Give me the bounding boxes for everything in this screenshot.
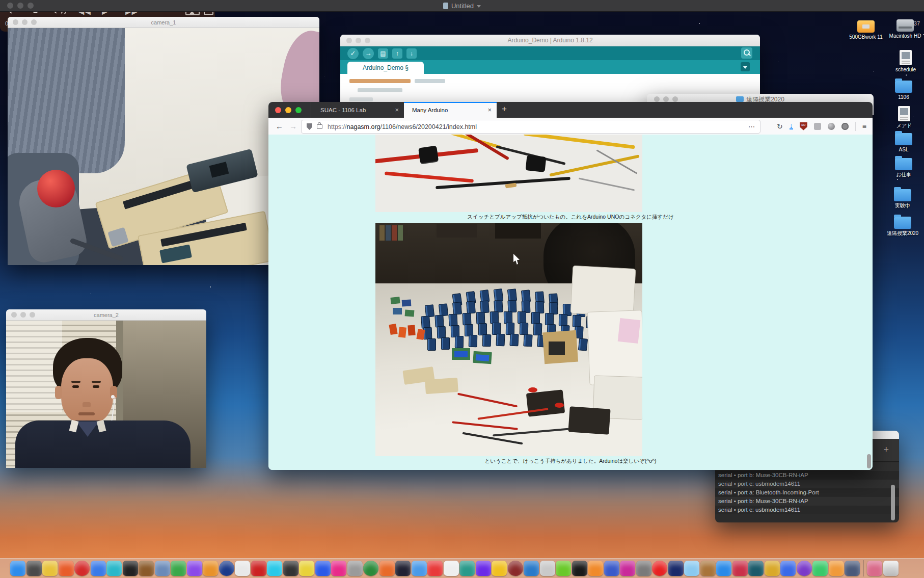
dock-icon[interactable] xyxy=(508,561,523,576)
dock-icon[interactable] xyxy=(867,561,882,576)
dock-icon[interactable] xyxy=(26,561,42,576)
reload-button[interactable]: ↻ xyxy=(777,122,783,130)
extension-icon[interactable] xyxy=(814,123,821,130)
dock-icon[interactable] xyxy=(106,561,122,576)
camera1-titlebar[interactable]: camera_1 xyxy=(8,17,319,28)
dock-icon[interactable] xyxy=(636,561,651,576)
dock-icon[interactable] xyxy=(427,561,443,576)
url-bar[interactable]: https://nagasm.org/1106/news6/20200421/i… xyxy=(301,120,760,134)
desktop-icon-macintosh-hd[interactable]: Macintosh HD xyxy=(887,19,923,39)
dock-icon[interactable] xyxy=(379,561,395,576)
ide-sketch-tab[interactable]: Arduino_Demo § xyxy=(347,62,424,74)
dock-icon[interactable] xyxy=(283,561,298,576)
tab-menu-button[interactable] xyxy=(741,62,750,71)
dock-icon[interactable] xyxy=(91,561,106,576)
desktop-icon-1106[interactable]: 1106 xyxy=(885,81,922,100)
dock-icon[interactable] xyxy=(299,561,314,576)
tab-many-arduino[interactable]: Many Arduino × xyxy=(404,102,497,118)
dock-icon[interactable] xyxy=(732,561,748,576)
dock-icon[interactable] xyxy=(572,561,587,576)
extension-globe-icon[interactable] xyxy=(828,123,835,130)
dock-icon[interactable] xyxy=(540,561,555,576)
camera2-titlebar[interactable]: camera_2 xyxy=(6,309,206,321)
page-actions-icon[interactable]: ⋯ xyxy=(748,123,755,130)
serial-monitor-button[interactable] xyxy=(741,47,752,59)
dock-icon[interactable] xyxy=(492,561,507,576)
dock-icon[interactable] xyxy=(556,561,571,576)
zoom-button[interactable] xyxy=(295,107,302,113)
dock-icon[interactable] xyxy=(765,561,780,576)
dock-icon[interactable] xyxy=(139,561,154,576)
dock-icon[interactable] xyxy=(10,561,25,576)
dock-icon[interactable] xyxy=(315,561,331,576)
dock-icon[interactable] xyxy=(620,561,635,576)
desktop-icon-jikkenchu[interactable]: 実験中 xyxy=(884,189,921,209)
chevron-down-icon[interactable] xyxy=(477,5,481,8)
desktop-icon-schedule[interactable]: schedule xyxy=(887,50,924,73)
open-button[interactable]: ↑ xyxy=(392,48,402,59)
dock-icon[interactable] xyxy=(524,561,539,576)
close-button[interactable] xyxy=(275,107,281,113)
desktop-icon-enkaku2020[interactable]: 遠隔授業2020 xyxy=(884,217,921,237)
page-scrollbar[interactable] xyxy=(867,454,871,468)
dock-icon[interactable] xyxy=(331,561,346,576)
desktop-icon-500gbwork[interactable]: 500GBwork 11 xyxy=(848,20,884,40)
dock-icon[interactable] xyxy=(652,561,667,576)
dock-icon[interactable] xyxy=(74,561,90,576)
menu-button[interactable]: ≡ xyxy=(862,122,866,130)
downloads-button[interactable]: ↓ xyxy=(790,123,793,129)
dock-icon[interactable] xyxy=(476,561,491,576)
dock-icon[interactable] xyxy=(668,561,684,576)
dock-icon[interactable] xyxy=(812,561,828,576)
dock-icon[interactable] xyxy=(684,561,699,576)
console-scrollbar[interactable] xyxy=(891,485,895,520)
dock-icon[interactable] xyxy=(412,561,427,576)
dock-icon[interactable] xyxy=(155,561,170,576)
dock-icon[interactable] xyxy=(171,561,186,576)
dock-icon[interactable] xyxy=(59,561,74,576)
new-tab-button[interactable]: + xyxy=(502,104,507,114)
add-icon[interactable]: + xyxy=(883,445,889,454)
close-tab-icon[interactable]: × xyxy=(395,106,399,114)
dock-icon[interactable] xyxy=(251,561,266,576)
dock-icon[interactable] xyxy=(267,561,282,576)
desktop-icon-oshigoto[interactable]: お仕事 xyxy=(885,158,922,178)
dock-icon[interactable] xyxy=(748,561,764,576)
dock-icon[interactable] xyxy=(845,561,860,576)
dock-icon[interactable] xyxy=(235,561,250,576)
dock-icon[interactable] xyxy=(219,561,234,576)
player-titlebar[interactable]: Untitled xyxy=(0,0,924,12)
new-sketch-button[interactable]: ▤ xyxy=(378,48,388,59)
desktop-icon-asl[interactable]: ASL xyxy=(885,133,922,153)
forward-button[interactable]: → xyxy=(289,122,297,130)
upload-button[interactable]: → xyxy=(363,48,374,59)
verify-button[interactable]: ✓ xyxy=(347,48,359,59)
dock-icon[interactable] xyxy=(444,561,459,576)
dock-icon[interactable] xyxy=(363,561,378,576)
dock-icon[interactable] xyxy=(123,561,138,576)
dock-icon[interactable] xyxy=(42,561,58,576)
lock-icon[interactable] xyxy=(317,124,322,129)
ublock-icon[interactable]: uO xyxy=(800,122,807,130)
desktop-icon-meado[interactable]: メアド xyxy=(886,106,922,129)
dock-icon[interactable] xyxy=(395,561,411,576)
dock-icon[interactable] xyxy=(459,561,475,576)
dock-icon[interactable] xyxy=(604,561,619,576)
dock-icon[interactable] xyxy=(716,561,731,576)
ide-titlebar[interactable]: Arduino_Demo | Arduino 1.8.12 xyxy=(340,35,760,46)
save-button[interactable]: ↓ xyxy=(406,48,417,59)
dock-icon[interactable] xyxy=(347,561,363,576)
tracking-protection-icon[interactable] xyxy=(307,123,312,130)
dock-icon[interactable] xyxy=(203,561,218,576)
extension-reel-icon[interactable] xyxy=(841,123,849,130)
dock-icon[interactable] xyxy=(780,561,796,576)
dock-icon[interactable] xyxy=(829,561,844,576)
dock-icon[interactable] xyxy=(797,561,812,576)
dock-icon[interactable] xyxy=(700,561,716,576)
tab-suac-1106-lab[interactable]: SUAC - 1106 Lab × xyxy=(311,102,404,118)
back-button[interactable]: ← xyxy=(276,122,283,130)
dock-icon[interactable] xyxy=(187,561,202,576)
minimize-button[interactable] xyxy=(285,107,291,113)
dock-icon[interactable] xyxy=(588,561,603,576)
close-tab-icon[interactable]: × xyxy=(487,106,492,114)
